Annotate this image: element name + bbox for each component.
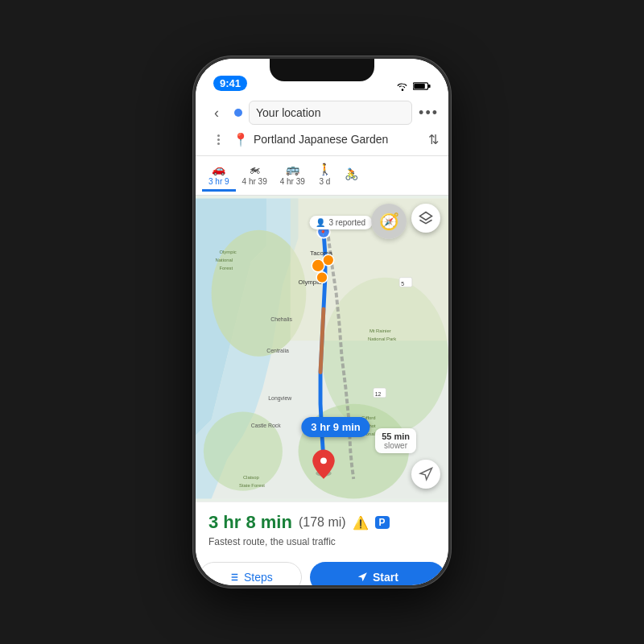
map-layers-button[interactable] [411,204,440,233]
svg-text:📍: 📍 [320,229,327,237]
destination-text[interactable]: Portland Japanese Garden [254,130,422,149]
svg-text:State Forest: State Forest [239,483,265,488]
motorcycle-time: 4 hr 39 [242,177,267,186]
svg-marker-45 [358,572,367,581]
svg-text:5: 5 [401,281,404,287]
svg-text:Forest: Forest [219,266,233,270]
transit-time: 4 hr 39 [280,177,305,186]
steps-button[interactable]: Steps [199,562,302,585]
svg-text:National: National [216,258,233,262]
nav-header: ‹ ••• 📍 Portland Japanese Garden ⇅ [196,94,448,156]
driving-time: 3 hr 9 [208,177,229,186]
svg-text:Longview: Longview [268,395,291,402]
route-distance: (178 mi) [299,515,346,530]
svg-point-36 [320,457,327,464]
walking-icon: 🚶 [318,163,332,175]
traffic-slower-badge: 55 min slower [375,428,416,453]
route-summary: 3 hr 8 min (178 mi) ⚠️ P [208,512,436,533]
svg-text:Mt Rainier: Mt Rainier [369,328,391,333]
warning-icon: ⚠️ [353,515,369,530]
slower-label: slower [382,441,410,450]
navigate-icon [357,572,368,583]
status-icons [396,81,431,91]
parking-icon: P [375,516,390,529]
more-options-button[interactable]: ••• [419,105,439,122]
origin-row: ‹ ••• [205,101,439,125]
cycling-icon: 🚴 [345,167,358,180]
location-button[interactable] [411,460,440,489]
transport-tabs: 🚗 3 hr 9 🏍 4 hr 39 🚌 4 hr 39 🚶 3 d 🚴 [196,156,448,196]
motorcycle-icon: 🏍 [249,163,260,175]
layers-icon [419,211,433,225]
status-time: 9:41 [213,76,247,91]
screen: 9:41 ‹ ••• [196,59,448,585]
battery-icon [413,81,431,91]
transit-icon: 🚌 [286,163,299,175]
svg-marker-37 [420,213,432,221]
origin-input[interactable] [249,101,412,125]
tab-cycling[interactable]: 🚴 [338,164,365,188]
svg-text:Clatsop: Clatsop [243,475,260,480]
navigation-icon [419,467,433,481]
walking-time: 3 d [319,177,330,186]
slower-time: 55 min [382,431,410,441]
svg-text:Olympic: Olympic [219,250,236,254]
svg-rect-1 [414,84,425,89]
svg-text:Castle Rock: Castle Rock [251,423,282,428]
car-icon: 🚗 [212,163,225,175]
route-time-bubble: 3 hr 9 min [301,417,369,437]
wifi-icon [396,81,409,91]
list-icon [228,572,239,583]
svg-point-33 [323,254,334,266]
back-button[interactable]: ‹ [205,101,228,124]
map-area[interactable]: Seattle Tacoma Olympia Chehalis Centrali… [196,196,448,502]
phone-frame: 9:41 ‹ ••• [193,56,451,588]
origin-dot [234,109,242,117]
svg-text:Chehalis: Chehalis [270,316,292,322]
svg-text:Centralia: Centralia [266,348,289,353]
swap-directions-button[interactable]: ⇅ [428,132,439,147]
svg-text:12: 12 [375,391,382,397]
reported-text: 3 reported [328,218,365,227]
person-icon: 👤 [316,218,325,227]
start-label: Start [373,571,398,584]
destination-pin-icon: 📍 [234,133,247,146]
svg-text:National Park: National Park [368,336,396,341]
tab-driving[interactable]: 🚗 3 hr 9 [202,159,236,192]
tab-transit[interactable]: 🚌 4 hr 39 [274,159,312,192]
start-button[interactable]: Start [310,562,445,585]
svg-marker-38 [420,469,431,480]
steps-label: Steps [244,571,273,584]
status-bar: 9:41 [196,59,448,94]
action-buttons: Steps Start [196,562,448,585]
tab-motorcycle[interactable]: 🏍 4 hr 39 [236,159,274,192]
svg-rect-2 [428,85,431,88]
route-description: Fastest route, the usual traffic [208,536,436,547]
route-connector [205,134,228,145]
reported-badge: 👤 3 reported [309,216,372,229]
tab-walking[interactable]: 🚶 3 d [312,159,338,192]
compass-button[interactable]: 🧭 [371,204,407,239]
route-info-panel: 3 hr 8 min (178 mi) ⚠️ P Fastest route, … [196,502,448,562]
svg-point-34 [316,272,328,283]
destination-row: 📍 Portland Japanese Garden ⇅ [205,130,439,149]
compass-icon: 🧭 [379,212,399,231]
map-svg: Seattle Tacoma Olympia Chehalis Centrali… [196,196,448,502]
route-time: 3 hr 8 min [208,512,292,533]
